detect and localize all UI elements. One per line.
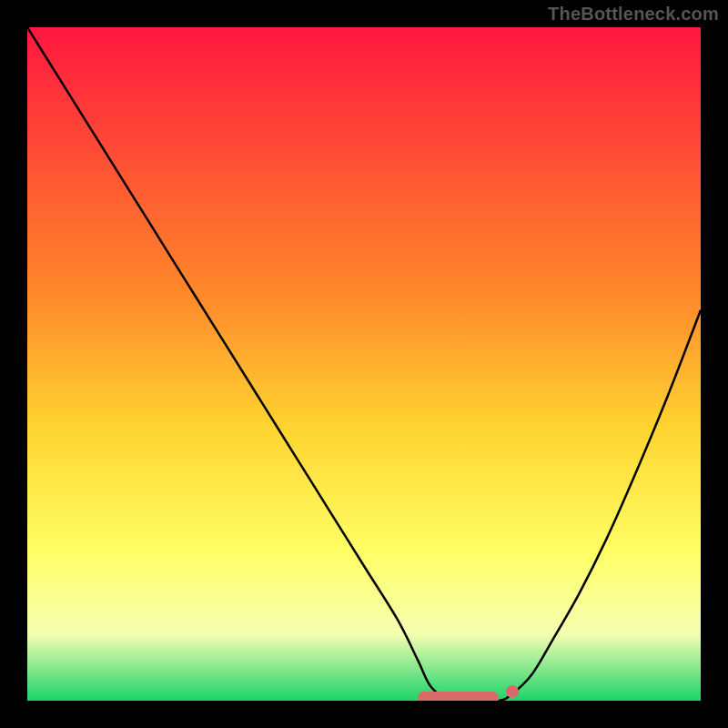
highlight-bar <box>418 692 499 701</box>
watermark-text: TheBottleneck.com <box>548 4 719 25</box>
outer-frame: TheBottleneck.com <box>0 0 728 728</box>
bottleneck-curve <box>27 27 701 701</box>
plot-area <box>27 27 701 701</box>
highlight-dot <box>506 685 519 698</box>
